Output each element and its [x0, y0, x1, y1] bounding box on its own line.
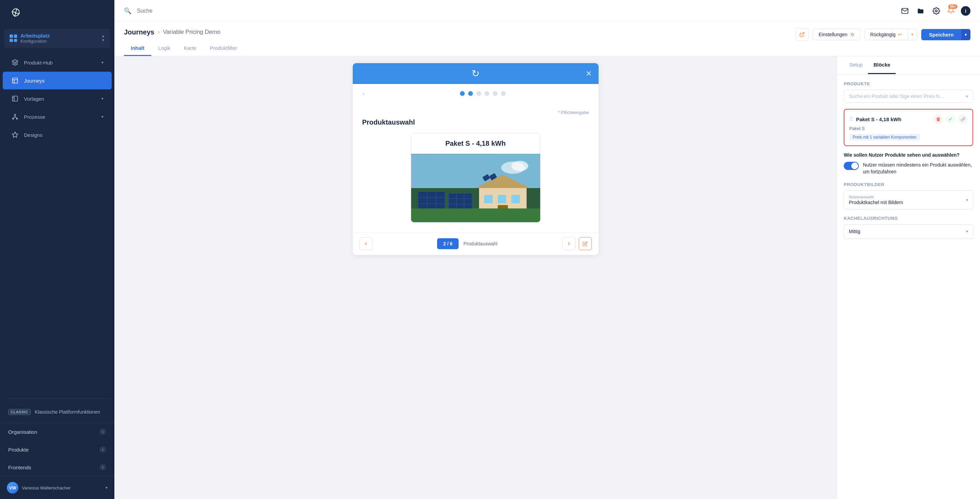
- undo-chevron-button[interactable]: ▾: [908, 29, 917, 40]
- bottom-nav-organisation[interactable]: Organisation i: [0, 423, 115, 441]
- workspace-chevrons: ▲ ▼: [102, 35, 105, 42]
- loading-spinner-icon: ↻: [472, 68, 479, 79]
- sidebar-item-produkt-hub[interactable]: Produkt-Hub ▾: [3, 54, 112, 72]
- external-link-button[interactable]: [795, 28, 808, 41]
- bottom-nav-label-produkte: Produkte: [8, 447, 29, 453]
- canvas-close-icon[interactable]: ✕: [585, 69, 592, 78]
- min-product-toggle[interactable]: [844, 162, 859, 170]
- save-button[interactable]: Speichern: [921, 29, 961, 40]
- info-badge-frontends: i: [99, 464, 106, 471]
- settings-label: Einstellungen: [818, 32, 847, 37]
- section-label-kachelausrichtung: Kachelausrichtung: [844, 216, 973, 221]
- sidebar-item-vorlagen[interactable]: Vorlagen ▾: [3, 90, 112, 108]
- topbar-right: 99+ i: [900, 6, 970, 16]
- save-chevron-button[interactable]: ▾: [961, 29, 970, 40]
- mail-icon[interactable]: [900, 6, 910, 16]
- drag-handle-icon[interactable]: ⠿: [849, 116, 853, 122]
- avatar: VW: [7, 482, 18, 494]
- check-product-button[interactable]: ✓: [946, 114, 955, 124]
- sidebar-item-designs[interactable]: Designs: [3, 126, 112, 144]
- journeys-icon: [11, 76, 19, 85]
- dropdown-chevron-icon: ▾: [966, 198, 968, 202]
- classic-badge: CLASSIC: [8, 409, 31, 415]
- sidebar: Arbeitsplatz Konfiguration ▲ ▼ Produkt-H…: [0, 0, 115, 499]
- bottom-nav-items: Organisation i Produkte i Frontends i: [0, 423, 115, 476]
- header-actions: Einstellungen ⚙ Rückgängig ↩ ▾ Speichern…: [795, 28, 970, 41]
- notification-bell[interactable]: 99+: [947, 6, 955, 15]
- kachelausrichtung-dropdown[interactable]: Mittig ▾: [844, 224, 973, 238]
- delete-product-button[interactable]: 🗑: [934, 114, 943, 124]
- page-nav-center: 2 / 6 Produktauswahl: [437, 238, 498, 249]
- tab-karte[interactable]: Karte: [177, 41, 203, 56]
- notification-count: 99+: [948, 5, 958, 9]
- classic-badge-row[interactable]: CLASSIC Klassische Plattformfunktionen: [0, 404, 115, 420]
- dropdown-value-mittig: Mittig: [849, 229, 860, 234]
- svg-rect-14: [484, 195, 492, 203]
- user-profile[interactable]: VW Vanessa Walterschacher ▾: [0, 476, 115, 499]
- produktbilder-dropdown[interactable]: Nutzerauswahl Produktkachel mit Bildern …: [844, 191, 973, 210]
- edit-step-button[interactable]: [579, 237, 592, 250]
- product-block-actions: 🗑 ✓: [934, 114, 968, 124]
- panel-tab-bloecke[interactable]: Blöcke: [868, 56, 896, 74]
- classic-section: CLASSIC Klassische Plattformfunktionen: [0, 401, 115, 423]
- bottom-nav-produkte[interactable]: Produkte i: [0, 441, 115, 458]
- product-search-chevron-icon: ▾: [966, 94, 968, 99]
- bottom-nav-frontends[interactable]: Frontends i: [0, 458, 115, 476]
- dots-nav: ‹: [353, 84, 598, 103]
- product-card-image: [411, 154, 540, 222]
- svg-rect-38: [411, 208, 540, 222]
- dropdown-chevron-icon-2: ▾: [966, 229, 968, 234]
- panel-tab-setup[interactable]: Setup: [844, 56, 868, 74]
- dot-6[interactable]: [501, 91, 506, 96]
- svg-rect-15: [498, 195, 506, 203]
- canvas-wrapper: ↻ ✕ ‹: [115, 56, 837, 499]
- undo-button[interactable]: Rückgängig ↩: [865, 29, 908, 40]
- panel-section-produkte: Produkte Suche ein Produkt oder füge ein…: [844, 81, 973, 103]
- next-page-button[interactable]: [562, 237, 575, 250]
- dots-arrow-left[interactable]: ‹: [358, 88, 369, 99]
- prev-page-button[interactable]: [360, 237, 372, 250]
- required-note: * Pflichteingabe: [362, 110, 589, 115]
- settings-button[interactable]: Einstellungen ⚙: [813, 29, 860, 40]
- panel-section-produktbilder: Produktbilder Nutzerauswahl Produktkache…: [844, 182, 973, 210]
- folder-icon[interactable]: [916, 6, 925, 16]
- panel-section-kachelausrichtung: Kachelausrichtung Mittig ▾: [844, 216, 973, 238]
- tab-produktfilter[interactable]: Produktfilter: [203, 41, 244, 56]
- svg-rect-28: [418, 191, 445, 210]
- dot-1[interactable]: [460, 91, 465, 96]
- sidebar-item-label-produkt-hub: Produkt-Hub: [24, 60, 52, 65]
- search-input[interactable]: [137, 8, 895, 14]
- sidebar-item-label-designs: Designs: [24, 132, 42, 138]
- product-search-dropdown[interactable]: Suche ein Produkt oder füge einen Preis …: [844, 90, 973, 103]
- tab-inhalt[interactable]: Inhalt: [124, 41, 151, 56]
- dropdown-value-produktkachel: Produktkachel mit Bildern: [849, 200, 903, 205]
- workspace-selector[interactable]: Arbeitsplatz Konfiguration ▲ ▼: [4, 29, 110, 48]
- chevron-right-icon-2: ▾: [102, 96, 103, 101]
- svg-rect-2: [13, 96, 18, 102]
- toggle-knob: [851, 162, 858, 169]
- breadcrumb-journeys-link[interactable]: Journeys: [124, 28, 154, 36]
- undo-icon: ↩: [898, 32, 902, 37]
- svg-rect-1: [13, 78, 18, 83]
- svg-rect-16: [511, 195, 520, 203]
- sidebar-nav: Produkt-Hub ▾ Journeys Vorlagen ▾: [0, 51, 115, 396]
- product-block-header: ⠿ Paket S - 4,18 kWh 🗑 ✓: [849, 114, 968, 124]
- sidebar-item-label-vorlagen: Vorlagen: [24, 96, 44, 102]
- info-button[interactable]: i: [961, 6, 970, 16]
- dot-5[interactable]: [493, 91, 498, 96]
- tab-logik[interactable]: Logik: [151, 41, 177, 56]
- section-label-produktbilder: Produktbilder: [844, 182, 973, 187]
- dot-2[interactable]: [468, 91, 473, 96]
- toggle-row: Nutzer müssen mindestens ein Produkt aus…: [844, 162, 973, 175]
- dot-4[interactable]: [485, 91, 489, 96]
- svg-line-7: [802, 32, 804, 35]
- sidebar-item-prozesse[interactable]: Prozesse ▾: [3, 108, 112, 126]
- link-product-button[interactable]: [958, 114, 968, 124]
- sidebar-item-journeys[interactable]: Journeys: [3, 72, 112, 89]
- dot-3[interactable]: [476, 91, 481, 96]
- main-split: ↻ ✕ ‹: [115, 56, 980, 499]
- panel-tabs: Setup Blöcke: [837, 56, 980, 75]
- info-badge-produkte: i: [99, 446, 106, 453]
- chevron-right-icon: ▾: [102, 60, 103, 65]
- settings-icon[interactable]: [932, 6, 941, 16]
